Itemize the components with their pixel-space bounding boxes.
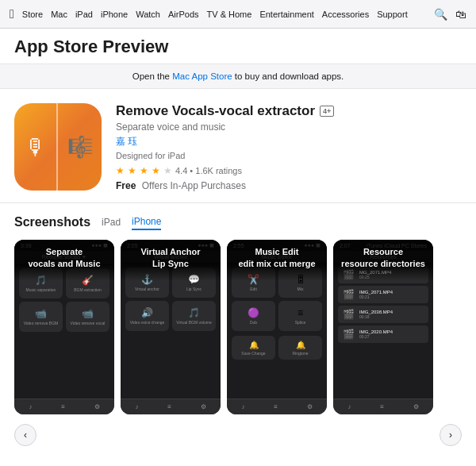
tab-icon-4-3: ⚙: [413, 403, 419, 410]
nav-arrows: ‹ ›: [14, 414, 462, 446]
tab-ipad[interactable]: iPad: [102, 215, 121, 229]
cell-label-1-3: Video remove BGM: [24, 321, 59, 325]
screenshot-2: Virtual AnchorLip Sync 2:05 ●●● ◼ Virtua…: [121, 240, 221, 414]
bottom-bar-3: ♪ ≡ ⚙: [227, 399, 327, 414]
tab-icon-3-2: ≡: [274, 403, 278, 410]
tab-icon-3-3: ⚙: [307, 403, 313, 410]
page-header: App Store Preview: [0, 29, 476, 64]
cell-3-6: 🔔 Ringtone: [278, 336, 322, 360]
prev-arrow-button[interactable]: ‹: [14, 424, 36, 446]
nav-bar:  Store Mac iPad iPhone Watch AirPods TV…: [0, 0, 476, 29]
cell-1-3: 📹 Video remove BGM: [19, 302, 63, 332]
app-icon-right: 🎼: [58, 103, 102, 191]
star-1: ★: [116, 165, 125, 176]
screenshots-section: Screenshots iPad iPhone Separatevocals a…: [0, 203, 476, 457]
resource-icon-3: 🎬: [343, 309, 355, 320]
resource-row-4: 🎬 IMG_2020.MP4 00:27: [338, 325, 428, 343]
resource-icon-2: 🎬: [343, 289, 355, 300]
resource-row-2: 🎬 IMG_2071.MP4 00:21: [338, 286, 428, 303]
star-half: ★: [163, 165, 172, 176]
resource-size-2: 00:21: [359, 295, 393, 299]
cell-label-2-2: Lip Sync: [186, 287, 202, 291]
app-developer[interactable]: 嘉 珏: [116, 135, 462, 148]
star-rating-row: ★ ★ ★ ★ ★ 4.4 • 1.6K ratings: [116, 165, 462, 176]
cell-3-4: ≡ Splice: [278, 301, 322, 331]
apple-logo-icon[interactable]: : [10, 7, 14, 21]
star-4: ★: [152, 165, 160, 176]
app-name-text: Remove Vocals-vocal extractor: [116, 103, 315, 119]
cell-icon-3-4: ≡: [298, 307, 303, 318]
nav-watch[interactable]: Watch: [136, 10, 160, 19]
cell-label-3-3: Dub: [250, 320, 257, 325]
nav-store[interactable]: Store: [22, 10, 43, 19]
tab-iphone[interactable]: iPhone: [132, 214, 161, 230]
screenshots-scroll: Separatevocals and Music 3:38 ●●● ◼ Remo…: [14, 240, 462, 414]
banner: Open the Mac App Store to buy and downlo…: [0, 64, 476, 89]
screenshot-1: Separatevocals and Music 3:38 ●●● ◼ Remo…: [14, 240, 114, 414]
banner-text-2: to buy and download apps.: [232, 71, 344, 81]
app-info-section: 🎙 🎼 Remove Vocals-vocal extractor 4+ Sep…: [0, 89, 476, 203]
cell-icon-2-4: 🎵: [188, 307, 200, 318]
tab-icon-3: ⚙: [94, 403, 100, 410]
rating-count: 4.4 • 1.6K ratings: [175, 166, 242, 175]
cell-label-3-5: Save Change: [241, 351, 265, 356]
app-name-row: Remove Vocals-vocal extractor 4+: [116, 103, 462, 119]
screenshot-3-title: Music Editedit mix cut merge: [227, 240, 327, 281]
price-row: Free Offers In-App Purchases: [116, 180, 462, 191]
bottom-bar-2: ♪ ≡ ⚙: [121, 399, 221, 414]
nav-mac[interactable]: Mac: [51, 10, 67, 19]
tab-icon-2-3: ⚙: [201, 403, 206, 410]
tab-icon-3-1: ♪: [241, 403, 244, 410]
star-2: ★: [128, 165, 136, 176]
tab-icon-2-1: ♪: [135, 403, 138, 410]
app-icon: 🎙 🎼: [14, 103, 102, 191]
cell-label-2-4: Virtual BGM volume: [176, 320, 211, 325]
microphone-icon: 🎙: [25, 134, 47, 160]
cell-2-3: 🔊 Video voice change: [125, 301, 169, 331]
bag-icon[interactable]: 🛍: [455, 8, 466, 21]
screenshot-4: Resourceresource directories 2:07 iTunes…: [333, 240, 433, 414]
tab-icon-1: ♪: [29, 403, 32, 410]
next-arrow-button[interactable]: ›: [440, 424, 462, 446]
mac-app-store-link[interactable]: Mac App Store: [172, 71, 232, 81]
nav-ipad[interactable]: iPad: [75, 10, 93, 19]
cell-label-2-1: Virtual anchor: [135, 287, 159, 291]
nav-support[interactable]: Support: [377, 10, 408, 19]
bottom-bar-1: ♪ ≡ ⚙: [14, 399, 114, 414]
screenshot-1-title: Separatevocals and Music: [14, 240, 114, 281]
music-notes-icon: 🎼: [67, 135, 93, 160]
app-icon-left: 🎙: [14, 103, 58, 191]
cell-label-1-2: BGM extraction: [74, 287, 101, 292]
cell-label-1-4: Video remove vocal: [71, 321, 106, 325]
age-rating-badge: 4+: [320, 106, 334, 117]
screenshot-3: Music Editedit mix cut merge 2:55 ●●● ◼ …: [227, 240, 327, 414]
cell-label-3-1: Edit: [250, 287, 257, 291]
cell-label-2-3: Video voice change: [130, 320, 165, 325]
nav-accessories[interactable]: Accessories: [322, 10, 369, 19]
screenshot-2-title: Virtual AnchorLip Sync: [121, 240, 221, 281]
cell-label-3-6: Ringtone: [292, 351, 308, 356]
resource-row-3: 🎬 IMG_2038.MP4 00:18: [338, 306, 428, 323]
star-3: ★: [140, 165, 148, 176]
tab-icon-2: ≡: [61, 403, 65, 410]
cell-icon-1-3: 📹: [35, 308, 47, 319]
nav-iphone[interactable]: iPhone: [101, 10, 128, 19]
iap-text: Offers In-App Purchases: [142, 180, 246, 191]
nav-entertainment[interactable]: Entertainment: [259, 10, 313, 19]
nav-tv-home[interactable]: TV & Home: [207, 10, 252, 19]
bottom-bar-4: ♪ ≡ ⚙: [333, 399, 433, 414]
cell-icon-2-3: 🔊: [141, 307, 153, 318]
search-icon[interactable]: 🔍: [434, 8, 447, 21]
screenshot-4-title: Resourceresource directories: [333, 240, 433, 281]
tab-icon-4-1: ♪: [347, 403, 351, 410]
nav-airpods[interactable]: AirPods: [168, 10, 199, 19]
cell-3-3: 🟣 Dub: [232, 301, 275, 331]
banner-text: Open the: [132, 71, 173, 81]
page-title: App Store Preview: [14, 37, 462, 57]
app-details: Remove Vocals-vocal extractor 4+ Separat…: [116, 103, 462, 191]
cell-1-4: 📹 Video remove vocal: [66, 302, 109, 332]
tab-icon-4-2: ≡: [380, 403, 384, 410]
cell-label-3-2: Mix: [298, 287, 304, 291]
tab-icon-2-2: ≡: [167, 403, 171, 410]
cell-icon-1-4: 📹: [82, 308, 94, 319]
